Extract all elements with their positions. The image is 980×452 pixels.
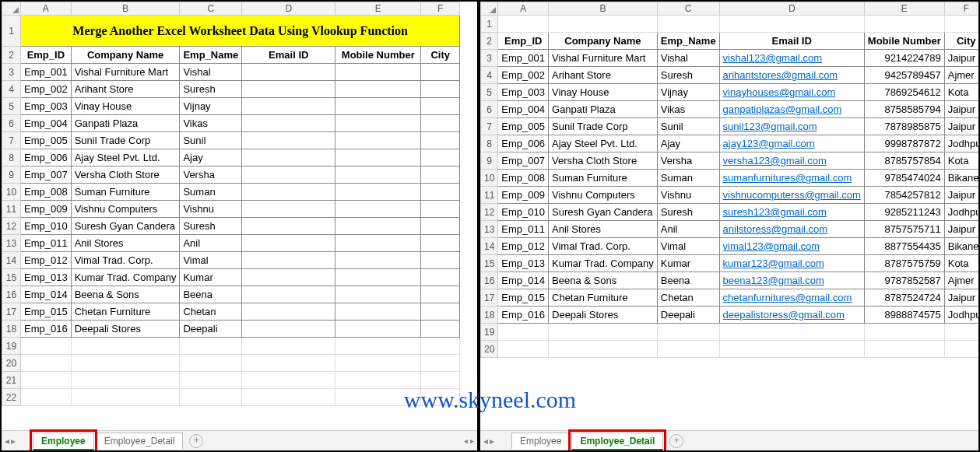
row-header[interactable]: 20 [481, 341, 498, 358]
cell[interactable]: Emp_004 [498, 101, 549, 118]
cell[interactable] [335, 338, 421, 355]
cell[interactable] [421, 286, 460, 303]
cell[interactable] [335, 132, 421, 149]
cell[interactable] [944, 16, 980, 33]
cell[interactable] [421, 218, 460, 235]
row-header[interactable]: 12 [481, 204, 498, 221]
cell[interactable]: 9998787872 [864, 135, 944, 152]
row-header[interactable]: 9 [2, 166, 21, 184]
email-link[interactable]: deepalistoress@gmail.com [723, 309, 845, 321]
cell[interactable]: Bikaner [944, 238, 980, 255]
column-header[interactable]: B [549, 2, 658, 16]
sheet-tab[interactable]: Employee_Detail [96, 433, 184, 449]
cell[interactable] [242, 338, 335, 355]
cell[interactable] [657, 16, 719, 33]
table-header-cell[interactable]: City [421, 47, 460, 64]
cell[interactable]: Emp_016 [498, 307, 549, 324]
cell[interactable] [335, 166, 421, 184]
cell[interactable]: Vishal [180, 64, 242, 81]
cell[interactable] [242, 218, 335, 235]
cell[interactable]: sunil123@gmail.com [719, 118, 864, 135]
email-link[interactable]: versha123@gmail.com [723, 155, 827, 166]
column-header[interactable]: C [657, 2, 719, 16]
cell[interactable]: Vimal Trad. Corp. [71, 252, 180, 269]
cell[interactable]: Suresh [657, 67, 719, 84]
cell[interactable] [549, 324, 658, 341]
cell[interactable] [421, 115, 460, 132]
cell[interactable]: Chetan [657, 289, 719, 307]
row-header[interactable]: 18 [2, 321, 21, 338]
cell[interactable]: Emp_012 [498, 238, 549, 255]
cell[interactable]: vinayhouses@gmail.com [719, 84, 864, 101]
table-header-cell[interactable]: Emp_ID [21, 47, 72, 64]
cell[interactable] [657, 324, 719, 341]
row-header[interactable]: 8 [2, 149, 21, 166]
cell[interactable]: Kumar [657, 255, 719, 272]
cell[interactable]: Beena [180, 286, 242, 303]
cell[interactable] [242, 184, 335, 201]
cell[interactable] [180, 389, 242, 406]
cell[interactable]: chetanfurnitures@gmail.com [719, 289, 864, 307]
cell[interactable]: 7869254612 [864, 84, 944, 101]
cell[interactable]: Jaipur [944, 118, 980, 135]
row-header[interactable]: 17 [481, 289, 498, 307]
table-header-cell[interactable]: Emp_ID [498, 33, 549, 50]
cell[interactable]: Vikas [657, 101, 719, 118]
row-header[interactable]: 16 [481, 272, 498, 289]
cell[interactable]: Emp_003 [21, 98, 72, 115]
column-header[interactable]: E [335, 2, 421, 16]
cell[interactable] [335, 269, 421, 286]
cell[interactable]: Versha Cloth Store [71, 166, 180, 184]
cell[interactable]: Vishal [657, 50, 719, 67]
cell[interactable]: Kumar Trad. Company [71, 269, 180, 286]
row-header[interactable]: 21 [2, 372, 21, 389]
cell[interactable]: Sunil Trade Corp [549, 118, 658, 135]
cell[interactable] [335, 81, 421, 98]
cell[interactable]: Beena & Sons [71, 286, 180, 303]
cell[interactable] [180, 372, 242, 389]
cell[interactable]: Versha Cloth Store [549, 152, 658, 170]
cell[interactable]: 9787852587 [864, 272, 944, 289]
cell[interactable]: Deepali Stores [549, 307, 658, 324]
row-header[interactable]: 8 [481, 135, 498, 152]
cell[interactable]: Vimal [657, 238, 719, 255]
row-header[interactable]: 20 [2, 355, 21, 372]
cell[interactable]: sumanfurnitures@gmail.com [719, 170, 864, 187]
cell[interactable]: Vishal Furniture Mart [549, 50, 658, 67]
cell[interactable]: Kota [944, 255, 980, 272]
cell[interactable]: Emp_007 [21, 166, 72, 184]
cell[interactable] [242, 98, 335, 115]
row-header[interactable]: 11 [2, 201, 21, 218]
add-sheet-button[interactable]: + [189, 434, 203, 448]
cell[interactable] [421, 81, 460, 98]
cell[interactable]: Ganpati Plaza [71, 115, 180, 132]
row-header[interactable]: 15 [481, 255, 498, 272]
table-header-cell[interactable]: Email ID [719, 33, 864, 50]
cell[interactable]: Emp_008 [498, 170, 549, 187]
cell[interactable]: Anil [180, 235, 242, 252]
row-header[interactable]: 18 [481, 307, 498, 324]
row-header[interactable]: 17 [2, 303, 21, 321]
cell[interactable]: Beena & Sons [549, 272, 658, 289]
cell[interactable]: Sunil [180, 132, 242, 149]
cell[interactable]: Emp_006 [21, 149, 72, 166]
email-link[interactable]: vishnucomputerss@gmail.com [723, 189, 861, 201]
sheet-tab[interactable]: Employee [33, 433, 94, 450]
row-header[interactable]: 5 [481, 84, 498, 101]
cell[interactable]: Anil Stores [71, 235, 180, 252]
cell[interactable]: Anil [657, 221, 719, 238]
email-link[interactable]: beena123@gmail.com [723, 275, 824, 286]
email-link[interactable]: suresh123@gmail.com [723, 206, 827, 218]
column-header[interactable]: E [864, 2, 944, 16]
email-link[interactable]: sumanfurnitures@gmail.com [723, 172, 852, 184]
email-link[interactable]: anilstoress@gmail.com [723, 223, 828, 235]
cell[interactable]: Ajay Steel Pvt. Ltd. [71, 149, 180, 166]
cell[interactable]: 8877554435 [864, 238, 944, 255]
cell[interactable]: Emp_010 [498, 204, 549, 221]
cell[interactable]: vishnucomputerss@gmail.com [719, 187, 864, 204]
spreadsheet-left[interactable]: ABCDEF1Merge Another Excel Worksheet Dat… [2, 2, 460, 406]
cell[interactable] [421, 303, 460, 321]
cell[interactable] [335, 98, 421, 115]
cell[interactable]: 9785474024 [864, 170, 944, 187]
cell[interactable]: Emp_011 [21, 235, 72, 252]
